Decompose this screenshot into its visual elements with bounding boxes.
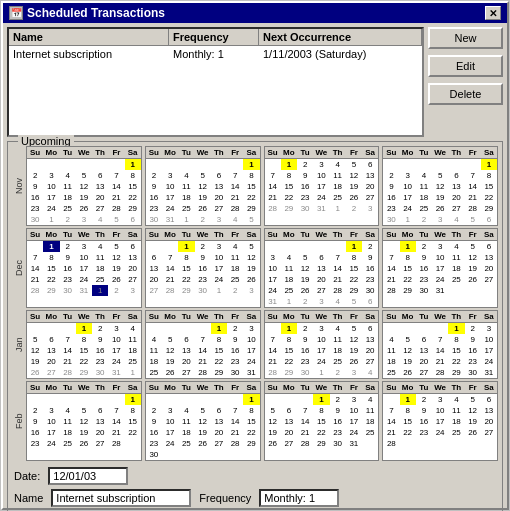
cal-cell[interactable]: 27 xyxy=(146,285,162,296)
cal-cell[interactable]: 23 xyxy=(27,438,43,449)
cal-cell[interactable]: 1 xyxy=(125,367,141,378)
cal-cell[interactable]: 30 xyxy=(27,214,43,225)
cal-cell[interactable]: 15 xyxy=(178,263,194,274)
cal-cell[interactable]: 16 xyxy=(383,192,399,203)
cal-cell[interactable]: 30 xyxy=(195,285,211,296)
cal-cell[interactable]: 17 xyxy=(313,345,329,356)
cal-cell[interactable]: 21 xyxy=(432,356,448,367)
cal-cell[interactable]: 2 xyxy=(92,323,108,334)
cal-cell[interactable]: 25 xyxy=(92,274,108,285)
cal-cell[interactable]: 10 xyxy=(400,181,416,192)
cal-cell[interactable]: 8 xyxy=(178,252,194,263)
cal-cell[interactable]: 14 xyxy=(265,181,281,192)
cal-cell[interactable]: 20 xyxy=(125,263,141,274)
cal-cell[interactable]: 3 xyxy=(43,405,59,416)
cal-cell[interactable]: 9 xyxy=(383,181,399,192)
cal-cell[interactable]: 3 xyxy=(313,159,329,170)
cal-cell[interactable]: 30 xyxy=(330,438,346,449)
cal-cell[interactable]: 1 xyxy=(281,159,297,170)
cal-cell[interactable]: 26 xyxy=(195,438,211,449)
cal-cell[interactable]: 13 xyxy=(313,263,329,274)
cal-cell[interactable]: 26 xyxy=(243,274,259,285)
cal-cell[interactable]: 1 xyxy=(400,214,416,225)
cal-cell[interactable]: 23 xyxy=(60,274,76,285)
cal-cell[interactable]: 30 xyxy=(416,285,432,296)
cal-cell[interactable]: 26 xyxy=(400,367,416,378)
cal-cell[interactable]: 22 xyxy=(178,274,194,285)
cal-cell[interactable]: 26 xyxy=(162,367,178,378)
cal-cell[interactable]: 29 xyxy=(76,367,92,378)
cal-cell[interactable]: 6 xyxy=(281,405,297,416)
cal-cell[interactable]: 1 xyxy=(448,323,464,334)
cal-cell[interactable]: 29 xyxy=(211,367,227,378)
cal-cell[interactable]: 23 xyxy=(27,203,43,214)
cal-cell[interactable]: 8 xyxy=(313,405,329,416)
cal-cell[interactable]: 17 xyxy=(313,181,329,192)
cal-cell[interactable]: 15 xyxy=(211,345,227,356)
cal-cell[interactable]: 17 xyxy=(432,416,448,427)
cal-cell[interactable]: 7 xyxy=(383,405,399,416)
cal-cell[interactable]: 12 xyxy=(346,170,362,181)
cal-cell[interactable]: 24 xyxy=(76,274,92,285)
cal-cell[interactable]: 9 xyxy=(146,181,162,192)
cal-cell[interactable]: 21 xyxy=(330,274,346,285)
cal-cell[interactable]: 29 xyxy=(281,203,297,214)
cal-cell[interactable]: 29 xyxy=(43,285,59,296)
cal-cell[interactable]: 22 xyxy=(448,356,464,367)
cal-cell[interactable]: 2 xyxy=(416,214,432,225)
cal-cell[interactable]: 6 xyxy=(178,334,194,345)
cal-cell[interactable]: 5 xyxy=(465,394,481,405)
cal-cell[interactable]: 27 xyxy=(362,192,378,203)
cal-cell[interactable]: 4 xyxy=(416,170,432,181)
cal-cell[interactable]: 27 xyxy=(125,274,141,285)
cal-cell[interactable]: 5 xyxy=(243,241,259,252)
cal-cell[interactable]: 18 xyxy=(60,427,76,438)
cal-cell[interactable]: 16 xyxy=(27,427,43,438)
cal-cell[interactable]: 17 xyxy=(265,274,281,285)
cal-cell[interactable]: 9 xyxy=(195,252,211,263)
cal-cell[interactable]: 17 xyxy=(43,427,59,438)
cal-cell[interactable]: 1 xyxy=(43,241,59,252)
cal-cell[interactable]: 5 xyxy=(108,241,124,252)
cal-cell[interactable]: 19 xyxy=(243,263,259,274)
cal-cell[interactable]: 30 xyxy=(465,367,481,378)
cal-cell[interactable]: 10 xyxy=(108,334,124,345)
cal-cell[interactable]: 10 xyxy=(43,181,59,192)
cal-cell[interactable]: 25 xyxy=(362,427,378,438)
cal-cell[interactable]: 13 xyxy=(125,252,141,263)
cal-cell[interactable]: 15 xyxy=(125,181,141,192)
cal-cell[interactable]: 5 xyxy=(76,405,92,416)
cal-cell[interactable]: 11 xyxy=(60,416,76,427)
cal-cell[interactable]: 15 xyxy=(281,345,297,356)
cal-cell[interactable]: 17 xyxy=(211,263,227,274)
cal-cell[interactable]: 3 xyxy=(211,214,227,225)
cal-cell[interactable]: 18 xyxy=(330,181,346,192)
cal-cell[interactable]: 7 xyxy=(227,170,243,181)
cal-cell[interactable]: 4 xyxy=(448,241,464,252)
cal-cell[interactable]: 3 xyxy=(362,203,378,214)
date-value[interactable]: 12/01/03 xyxy=(48,467,128,485)
cal-cell[interactable]: 19 xyxy=(195,192,211,203)
cal-cell[interactable]: 27 xyxy=(178,367,194,378)
cal-cell[interactable]: 9 xyxy=(27,181,43,192)
cal-cell[interactable]: 5 xyxy=(297,252,313,263)
cal-cell[interactable]: 2 xyxy=(346,203,362,214)
cal-cell[interactable]: 11 xyxy=(330,170,346,181)
cal-cell[interactable]: 29 xyxy=(178,285,194,296)
cal-cell[interactable]: 16 xyxy=(27,192,43,203)
cal-cell[interactable]: 23 xyxy=(465,356,481,367)
cal-cell[interactable]: 4 xyxy=(60,170,76,181)
cal-cell[interactable]: 16 xyxy=(297,345,313,356)
cal-cell[interactable]: 24 xyxy=(400,203,416,214)
cal-cell[interactable]: 19 xyxy=(465,416,481,427)
cal-cell[interactable]: 6 xyxy=(92,170,108,181)
cal-cell[interactable]: 26 xyxy=(465,274,481,285)
cal-cell[interactable]: 18 xyxy=(178,192,194,203)
cal-cell[interactable]: 24 xyxy=(432,427,448,438)
cal-cell[interactable]: 7 xyxy=(330,252,346,263)
cal-cell[interactable]: 5 xyxy=(243,214,259,225)
cal-cell[interactable]: 28 xyxy=(465,203,481,214)
cal-cell[interactable]: 22 xyxy=(346,274,362,285)
cal-cell[interactable]: 22 xyxy=(281,356,297,367)
cal-cell[interactable]: 3 xyxy=(313,323,329,334)
